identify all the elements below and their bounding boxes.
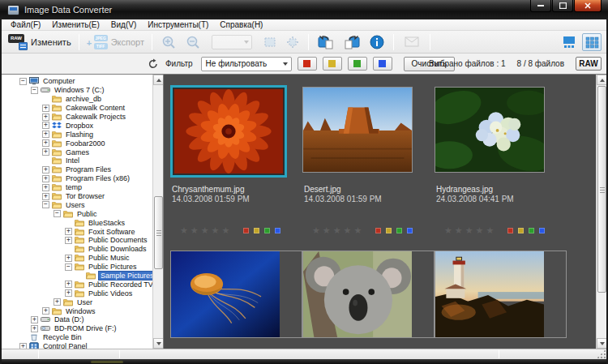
minimize-button[interactable]	[530, 0, 551, 12]
fit-to-window-icon[interactable]	[263, 36, 277, 49]
tree-item-12[interactable]: + temp	[2, 183, 152, 192]
label-dot-1[interactable]	[386, 228, 392, 233]
label-dot-0[interactable]	[243, 228, 249, 233]
tree-item-14[interactable]: − Users	[2, 200, 152, 209]
info-icon[interactable]	[370, 35, 384, 49]
raw-toggle-button[interactable]: RAW	[576, 57, 602, 71]
tree-item-22[interactable]: Sample Pictures	[2, 272, 152, 280]
expand-icon[interactable]: +	[42, 105, 49, 112]
expand-icon[interactable]: +	[42, 139, 49, 147]
tree-item-25[interactable]: + User	[2, 298, 152, 306]
tree-item-19[interactable]: Public Downloads	[2, 245, 152, 254]
expand-icon[interactable]: +	[42, 148, 49, 156]
expand-icon[interactable]: +	[65, 228, 72, 235]
expand-icon[interactable]: +	[42, 193, 49, 200]
expand-icon[interactable]: +	[54, 298, 61, 306]
thumbnail-jellyfish[interactable]	[170, 251, 302, 338]
expand-icon[interactable]: +	[65, 289, 72, 297]
label-dot-3[interactable]	[539, 228, 545, 233]
tree-item-2[interactable]: archive_db	[2, 95, 152, 104]
label-dot-1[interactable]	[518, 228, 524, 233]
tree-item-7[interactable]: + Foobar2000	[2, 139, 152, 148]
expand-icon[interactable]: +	[42, 175, 49, 182]
label-dot-0[interactable]	[507, 228, 513, 233]
thumbnail-chrysanthemum[interactable]	[170, 85, 287, 178]
tree-item-24[interactable]: + Public Videos	[2, 289, 152, 298]
rotate-left-icon[interactable]	[318, 34, 334, 49]
collapse-icon[interactable]: −	[19, 78, 27, 85]
tree-item-10[interactable]: + Program Files	[2, 165, 152, 174]
thumbnail-desert[interactable]	[302, 87, 413, 173]
scroll-up-button[interactable]	[153, 75, 164, 85]
tree-scrollbar[interactable]	[152, 75, 163, 349]
tree-item-26[interactable]: + Windows	[2, 306, 152, 315]
label-dot-1[interactable]	[254, 228, 259, 233]
tree-item-17[interactable]: + Foxit Software	[2, 227, 152, 236]
expand-icon[interactable]: +	[31, 316, 38, 323]
tree-item-29[interactable]: Recycle Bin	[2, 333, 152, 342]
thumbnail-lighthouse[interactable]	[435, 251, 567, 338]
scroll-up-button[interactable]	[597, 75, 606, 85]
filter-dropdown[interactable]: Не фильтровать	[201, 57, 292, 71]
tree-item-13[interactable]: + Tor Browser	[2, 192, 152, 201]
zoom-in-icon[interactable]	[161, 35, 176, 49]
refresh-icon[interactable]	[148, 58, 159, 70]
expand-icon[interactable]: +	[65, 237, 72, 244]
expand-icon[interactable]: +	[65, 280, 72, 288]
collapse-icon[interactable]: −	[65, 263, 72, 271]
menu-item-0[interactable]: Файл(F)	[5, 19, 46, 30]
expand-icon[interactable]: +	[42, 166, 49, 173]
thumbnail-koala[interactable]	[302, 251, 435, 338]
tree-item-3[interactable]: + Cakewalk Content	[2, 104, 152, 113]
star-rating[interactable]: ★★★★★	[180, 225, 232, 236]
tree-item-20[interactable]: + Public Music	[2, 254, 152, 263]
label-dot-2[interactable]	[264, 228, 270, 233]
tree-item-5[interactable]: + Dropbox	[2, 121, 152, 130]
export-button[interactable]: + JPEG TIFF Экспорт	[83, 32, 148, 52]
preview-view-button[interactable]	[559, 33, 579, 51]
star-rating[interactable]: ★★★★★	[312, 225, 364, 236]
scroll-down-button[interactable]	[597, 338, 606, 349]
tree-item-23[interactable]: + Public Recorded TV	[2, 280, 152, 289]
tree-item-6[interactable]: + Flashing	[2, 130, 152, 139]
maximize-button[interactable]	[552, 0, 573, 12]
label-dot-2[interactable]	[529, 228, 534, 233]
expand-icon[interactable]: +	[31, 325, 38, 332]
menu-item-1[interactable]: Изменить(E)	[46, 19, 105, 30]
expand-icon[interactable]: +	[42, 113, 49, 121]
tree-item-9[interactable]: Intel	[2, 156, 152, 165]
collapse-icon[interactable]: −	[31, 87, 38, 94]
menu-item-4[interactable]: Справка(H)	[214, 19, 268, 30]
mail-icon[interactable]	[405, 36, 419, 47]
expand-icon[interactable]: +	[65, 255, 72, 262]
tree-item-27[interactable]: + Data (D:)	[2, 315, 152, 324]
menu-item-2[interactable]: Вид(V)	[105, 19, 142, 30]
tree-item-1[interactable]: − Windows 7 (C:)	[2, 86, 152, 95]
color-filter-button-1[interactable]	[323, 57, 342, 71]
label-dot-3[interactable]	[275, 228, 280, 233]
color-filter-button-2[interactable]	[348, 57, 367, 71]
label-dot-2[interactable]	[396, 228, 402, 233]
color-filter-button-3[interactable]	[373, 57, 392, 71]
tree-item-4[interactable]: + Cakewalk Projects	[2, 113, 152, 122]
edit-raw-button[interactable]: RAW Изменить	[5, 32, 75, 52]
tree-item-0[interactable]: − Computer	[2, 77, 152, 86]
scrollbar-thumb[interactable]	[154, 196, 163, 269]
close-button[interactable]	[574, 0, 602, 12]
actual-size-icon[interactable]	[285, 36, 300, 49]
zoom-level-dropdown[interactable]	[212, 35, 252, 49]
tree-item-30[interactable]: + Control Panel	[2, 342, 152, 349]
expand-icon[interactable]: +	[42, 307, 49, 315]
label-dot-3[interactable]	[407, 228, 413, 233]
tree-item-21[interactable]: − Public Pictures	[2, 263, 152, 272]
tree-item-11[interactable]: + Program Files (x86)	[2, 174, 152, 183]
rotate-right-icon[interactable]	[344, 34, 360, 49]
scrollbar-thumb[interactable]	[597, 86, 606, 293]
color-filter-button-0[interactable]	[298, 57, 317, 71]
tree-item-16[interactable]: BlueStacks	[2, 218, 152, 227]
collapse-icon[interactable]: −	[54, 210, 61, 217]
zoom-out-icon[interactable]	[186, 35, 200, 49]
expand-icon[interactable]: +	[19, 343, 27, 349]
resize-grip[interactable]	[597, 349, 606, 358]
expand-icon[interactable]: +	[42, 184, 49, 191]
